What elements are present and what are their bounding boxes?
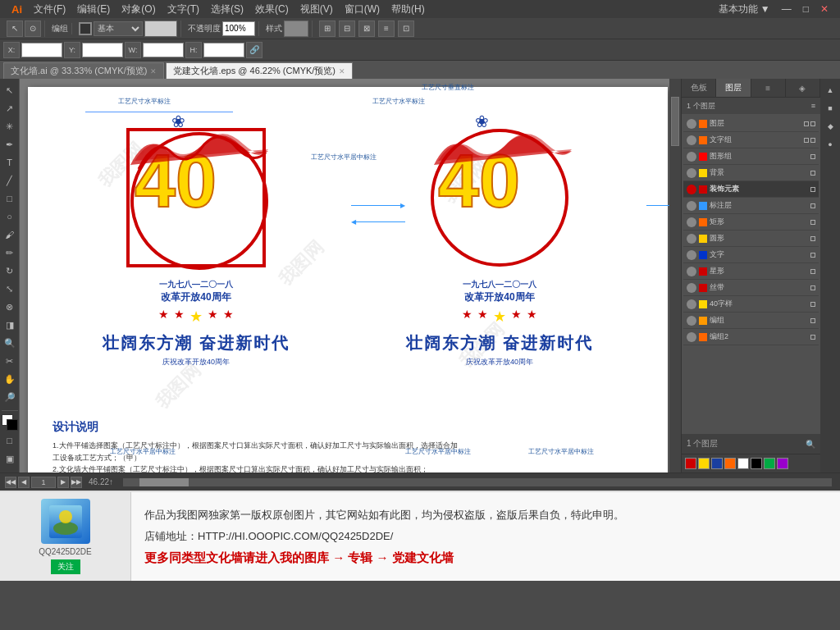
height-input[interactable] bbox=[203, 43, 244, 57]
menu-effect[interactable]: 效果(C) bbox=[250, 1, 294, 18]
layer-visibility-7[interactable] bbox=[687, 234, 696, 244]
rotate-tool[interactable]: ↻ bbox=[2, 262, 18, 279]
layer-visibility-0[interactable] bbox=[687, 119, 696, 129]
tab-0-close[interactable]: ✕ bbox=[150, 67, 157, 75]
transform-btn[interactable]: ⊡ bbox=[398, 21, 414, 37]
swatch-black[interactable] bbox=[751, 458, 762, 469]
nav-prev-btn[interactable]: ◀◀ bbox=[5, 477, 16, 488]
layer-item-9[interactable]: 星形 bbox=[683, 263, 819, 280]
maximize-button[interactable]: □ bbox=[798, 3, 814, 15]
drawing-mode-btn[interactable]: □ bbox=[2, 432, 18, 449]
nav-next2-btn[interactable]: ▶▶ bbox=[71, 477, 82, 488]
shop-follow-btn[interactable]: 关注 bbox=[51, 559, 80, 574]
layer-visibility-9[interactable] bbox=[687, 267, 696, 276]
layer-visibility-13[interactable] bbox=[687, 332, 696, 342]
eyedropper-tool[interactable]: 🔍 bbox=[2, 335, 18, 351]
hand-tool[interactable]: ✋ bbox=[2, 371, 18, 387]
screen-mode-btn[interactable]: ▣ bbox=[2, 450, 18, 467]
layer-item-2[interactable]: 图形组 bbox=[683, 148, 819, 165]
menu-file[interactable]: 文件(F) bbox=[29, 1, 71, 18]
panel-tab-brush[interactable]: ≡ bbox=[751, 79, 786, 97]
close-button[interactable]: ✕ bbox=[815, 3, 833, 15]
tb2-btn3[interactable]: W: bbox=[125, 42, 141, 58]
rect-tool[interactable]: □ bbox=[2, 190, 18, 207]
layer-visibility-4[interactable] bbox=[687, 185, 696, 194]
scale-tool[interactable]: ⤡ bbox=[2, 281, 18, 297]
edge-tool-4[interactable]: ● bbox=[822, 136, 838, 153]
stroke-dash-btn[interactable] bbox=[144, 21, 177, 37]
nav-next-btn[interactable]: ▶ bbox=[57, 477, 69, 488]
blend-tool[interactable]: ⊗ bbox=[2, 299, 18, 315]
scissors-tool[interactable]: ✂ bbox=[2, 353, 18, 369]
layer-item-7[interactable]: 圆形 bbox=[683, 231, 819, 247]
zoom-search-btn[interactable]: 🔍 bbox=[806, 440, 815, 449]
layer-item-12[interactable]: 编组 bbox=[683, 313, 819, 329]
width-input[interactable] bbox=[143, 43, 184, 57]
fill-stroke-indicator[interactable] bbox=[2, 414, 18, 431]
panel-tab-layers[interactable]: 图层 bbox=[716, 79, 751, 97]
swatch-blue[interactable] bbox=[711, 458, 723, 469]
h-scrollbar-track[interactable] bbox=[123, 478, 832, 486]
menu-select[interactable]: 选择(S) bbox=[206, 1, 249, 18]
magic-wand-tool[interactable]: ✳ bbox=[2, 118, 18, 135]
layer-visibility-2[interactable] bbox=[687, 152, 696, 162]
swatch-orange[interactable] bbox=[724, 458, 736, 469]
swatch-gold[interactable] bbox=[698, 458, 710, 469]
menu-edit[interactable]: 编辑(E) bbox=[72, 1, 115, 18]
swatch-green[interactable] bbox=[764, 458, 775, 469]
tab-0[interactable]: 文化墙.ai @ 33.33% (CMYK/预览) ✕ bbox=[3, 62, 164, 79]
workspace-selector[interactable]: 基本功能 ▼ bbox=[714, 1, 775, 18]
layer-item-1[interactable]: 文字组 bbox=[683, 132, 819, 148]
nav-prev2-btn[interactable]: ◀ bbox=[18, 477, 30, 488]
h-scroll-thumb[interactable] bbox=[139, 478, 189, 486]
panel-tab-color[interactable]: 色板 bbox=[682, 79, 716, 97]
layer-item-13[interactable]: 编组2 bbox=[683, 329, 819, 345]
layer-visibility-10[interactable] bbox=[687, 283, 696, 293]
lock-aspect-btn[interactable]: 🔗 bbox=[246, 42, 262, 58]
layer-visibility-8[interactable] bbox=[687, 250, 696, 260]
layer-item-0[interactable]: 图层 bbox=[683, 116, 819, 132]
direct-select-tool[interactable]: ↗ bbox=[2, 100, 18, 116]
layer-visibility-6[interactable] bbox=[687, 217, 696, 227]
style-selector[interactable] bbox=[284, 21, 308, 37]
distribute-btn[interactable]: ≡ bbox=[378, 21, 395, 37]
lasso-tool-btn[interactable]: ⊙ bbox=[25, 21, 41, 37]
y-coord-input[interactable] bbox=[82, 43, 123, 57]
menu-type[interactable]: 文字(T) bbox=[162, 1, 204, 18]
layer-item-4[interactable]: 装饰元素 bbox=[683, 181, 819, 198]
selection-tool[interactable]: ↖ bbox=[2, 82, 18, 98]
v-scroll-thumb[interactable] bbox=[671, 97, 679, 146]
tab-1-close[interactable]: ✕ bbox=[339, 67, 345, 75]
align-right-btn[interactable]: ⊠ bbox=[358, 21, 375, 37]
swatch-white[interactable] bbox=[737, 458, 749, 469]
tb2-btn2[interactable]: Y: bbox=[64, 42, 80, 58]
select-tool-btn[interactable]: ↖ bbox=[7, 21, 23, 37]
stroke-color-btn[interactable] bbox=[79, 22, 92, 35]
layer-item-8[interactable]: 文字 bbox=[683, 247, 819, 263]
edge-tool-3[interactable]: ◆ bbox=[822, 118, 838, 135]
canvas-area[interactable]: 我图网 我图网 我图网 我图网 我图网 工艺尺寸水平标注 bbox=[20, 79, 669, 472]
layer-visibility-12[interactable] bbox=[687, 316, 696, 326]
ellipse-tool[interactable]: ○ bbox=[2, 208, 18, 225]
layer-item-6[interactable]: 矩形 bbox=[683, 214, 819, 231]
menu-object[interactable]: 对象(O) bbox=[116, 1, 160, 18]
zoom-tool[interactable]: 🔎 bbox=[2, 389, 18, 405]
opacity-input[interactable] bbox=[222, 21, 255, 36]
align-left-btn[interactable]: ⊞ bbox=[319, 21, 336, 37]
layer-item-5[interactable]: 标注层 bbox=[683, 198, 819, 214]
page-number-input[interactable] bbox=[31, 477, 56, 488]
layer-item-3[interactable]: 背景 bbox=[683, 165, 819, 181]
line-tool[interactable]: ╱ bbox=[2, 172, 18, 189]
align-center-btn[interactable]: ⊟ bbox=[339, 21, 355, 37]
layers-options-btn[interactable]: ≡ bbox=[811, 102, 815, 110]
layer-visibility-1[interactable] bbox=[687, 135, 696, 145]
stroke-selector[interactable]: 基本 bbox=[94, 21, 143, 36]
layer-visibility-11[interactable] bbox=[687, 299, 696, 309]
menu-window[interactable]: 窗口(W) bbox=[340, 1, 385, 18]
swatch-red[interactable] bbox=[685, 458, 696, 469]
layer-item-11[interactable]: 40字样 bbox=[683, 296, 819, 313]
layer-item-10[interactable]: 丝带 bbox=[683, 280, 819, 296]
minimize-button[interactable]: — bbox=[777, 3, 797, 15]
gradient-tool[interactable]: ◨ bbox=[2, 317, 18, 333]
pen-tool[interactable]: ✒ bbox=[2, 136, 18, 153]
